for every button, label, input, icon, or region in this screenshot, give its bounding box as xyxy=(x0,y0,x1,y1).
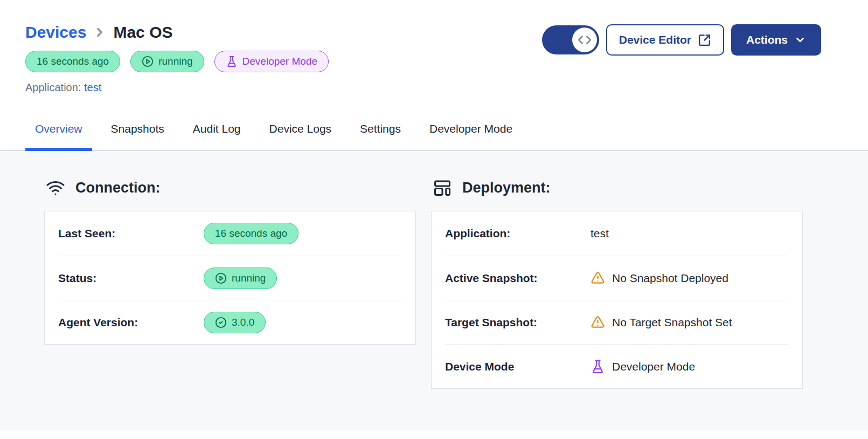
code-icon xyxy=(578,33,592,47)
developer-mode-toggle[interactable] xyxy=(542,25,599,54)
tab-device-logs[interactable]: Device Logs xyxy=(260,122,342,150)
target-snapshot-label: Target Snapshot: xyxy=(445,316,591,329)
tab-snapshots[interactable]: Snapshots xyxy=(101,122,174,150)
play-circle-icon xyxy=(215,272,227,284)
active-snapshot-value: No Snapshot Deployed xyxy=(591,271,728,285)
agent-version-value-badge: 3.0.0 xyxy=(204,312,266,333)
device-mode-text: Developer Mode xyxy=(612,360,695,373)
last-seen-badge: 16 seconds ago xyxy=(25,51,120,72)
developer-mode-badge-label: Developer Mode xyxy=(242,56,317,67)
agent-version-value-text: 3.0.0 xyxy=(232,317,254,328)
overview-content: Connection: Last Seen: 16 seconds ago St… xyxy=(0,151,868,430)
application-line: Application: test xyxy=(25,81,329,94)
actions-label: Actions xyxy=(746,33,788,46)
deployment-title: Deployment: xyxy=(462,180,551,196)
status-badges: 16 seconds ago running Developer Mode xyxy=(25,51,329,72)
external-link-icon xyxy=(698,33,711,47)
application-label: Application: xyxy=(25,81,81,93)
application-row: Application: test xyxy=(445,211,789,256)
application-link[interactable]: test xyxy=(84,81,101,93)
device-editor-button[interactable]: Device Editor xyxy=(606,24,724,56)
chevron-down-icon xyxy=(794,34,806,46)
device-mode-value: Developer Mode xyxy=(591,359,695,374)
status-value: running xyxy=(204,267,277,289)
tab-bar: Overview Snapshots Audit Log Device Logs… xyxy=(0,122,868,151)
application-row-label: Application: xyxy=(445,227,591,240)
agent-version-label: Agent Version: xyxy=(58,316,204,329)
running-status-badge: running xyxy=(130,51,204,72)
deployment-header: Deployment: xyxy=(431,178,803,197)
last-seen-label: Last Seen: xyxy=(58,227,204,240)
active-snapshot-text: No Snapshot Deployed xyxy=(612,272,728,285)
connection-title: Connection: xyxy=(75,180,160,196)
connection-header: Connection: xyxy=(44,178,416,197)
connection-panel: Connection: Last Seen: 16 seconds ago St… xyxy=(44,178,416,430)
application-row-value: test xyxy=(591,227,609,240)
tab-audit-log[interactable]: Audit Log xyxy=(183,122,251,150)
chevron-right-icon xyxy=(93,25,107,39)
target-snapshot-text: No Target Snapshot Set xyxy=(612,316,732,329)
status-value-badge: running xyxy=(204,267,277,289)
check-circle-icon xyxy=(215,317,227,328)
status-value-text: running xyxy=(232,272,266,284)
last-seen-value-badge: 16 seconds ago xyxy=(204,223,298,244)
actions-button[interactable]: Actions xyxy=(731,24,821,56)
flask-icon xyxy=(591,359,605,374)
device-editor-label: Device Editor xyxy=(619,33,691,46)
status-row: Status: running xyxy=(58,256,402,300)
breadcrumb: Devices Mac OS xyxy=(25,23,329,42)
connection-card: Last Seen: 16 seconds ago Status: runnin… xyxy=(44,211,416,345)
last-seen-value-text: 16 seconds ago xyxy=(215,228,287,239)
target-snapshot-row: Target Snapshot: No Target Snapshot Set xyxy=(445,300,789,344)
flask-icon xyxy=(226,56,238,67)
agent-version-row: Agent Version: 3.0.0 xyxy=(58,300,402,344)
active-snapshot-row: Active Snapshot: No Snapshot Deployed xyxy=(445,256,789,300)
warning-triangle-icon xyxy=(591,271,605,285)
header-left: Devices Mac OS 16 seconds ago running De… xyxy=(25,23,329,94)
warning-triangle-icon xyxy=(591,315,605,330)
deployment-card: Application: test Active Snapshot: No Sn… xyxy=(431,211,803,389)
last-seen-badge-label: 16 seconds ago xyxy=(37,56,109,67)
device-mode-row: Device Mode Developer Mode xyxy=(445,344,789,388)
breadcrumb-devices-link[interactable]: Devices xyxy=(25,23,86,42)
last-seen-row: Last Seen: 16 seconds ago xyxy=(58,211,402,256)
target-snapshot-value: No Target Snapshot Set xyxy=(591,315,732,330)
agent-version-value: 3.0.0 xyxy=(204,312,266,333)
toggle-knob xyxy=(572,28,597,52)
active-snapshot-label: Active Snapshot: xyxy=(445,272,591,285)
tab-settings[interactable]: Settings xyxy=(350,122,411,150)
header-controls: Device Editor Actions xyxy=(542,23,821,56)
tab-developer-mode[interactable]: Developer Mode xyxy=(420,122,522,150)
wifi-icon xyxy=(46,178,65,197)
page-title: Mac OS xyxy=(113,23,172,42)
deployment-panel: Deployment: Application: test Active Sna… xyxy=(431,178,803,430)
layout-template-icon xyxy=(433,178,452,197)
status-label: Status: xyxy=(58,272,204,285)
running-badge-label: running xyxy=(158,56,192,67)
device-mode-label: Device Mode xyxy=(445,360,591,373)
developer-mode-badge: Developer Mode xyxy=(214,51,329,72)
page-header: Devices Mac OS 16 seconds ago running De… xyxy=(0,0,868,94)
last-seen-value: 16 seconds ago xyxy=(204,223,298,244)
tab-overview[interactable]: Overview xyxy=(25,122,92,150)
play-circle-icon xyxy=(142,56,154,67)
